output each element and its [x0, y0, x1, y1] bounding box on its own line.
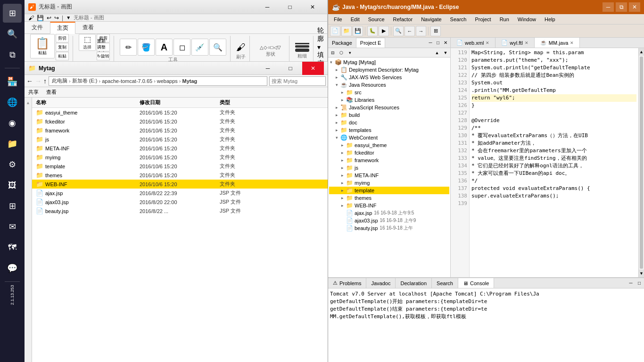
taskbar-settings[interactable]: ⚙ — [3, 155, 22, 174]
tree-arrow[interactable]: ▸ — [341, 188, 346, 193]
tree-item[interactable]: ▸ 📁 doc — [329, 119, 449, 126]
tree-item[interactable]: ▸ 📁 WEB-INF — [329, 202, 449, 209]
tree-scroll-up-btn[interactable]: ▲ — [433, 49, 441, 57]
ribbon-tab-view[interactable]: 查看 — [75, 22, 101, 33]
code-text[interactable]: Map<String, String> map = this.param par… — [470, 48, 638, 277]
cut-button[interactable]: 剪切 — [56, 34, 69, 42]
explorer-close-button[interactable]: ✕ — [302, 62, 324, 75]
tree-item[interactable]: ▾ 📦 Mytag [Mytag] — [329, 58, 449, 66]
close-panel-btn[interactable]: ✕ — [442, 39, 449, 47]
zoom-button[interactable]: 🔍 — [209, 39, 226, 56]
save-quick-btn[interactable]: 💾 — [37, 15, 44, 21]
editor-vscrollbar[interactable]: ▲ ▼ — [638, 48, 644, 277]
taskbar-chrome[interactable]: ◉ — [3, 114, 22, 132]
eraser-button[interactable]: ◻ — [173, 39, 190, 56]
tree-arrow[interactable]: ▸ — [341, 181, 346, 185]
paste-sub-button[interactable]: 粘贴 — [56, 52, 69, 60]
back-button[interactable]: ← — [26, 77, 33, 85]
tree-item[interactable]: ▾ ☕ Java Resources — [329, 81, 449, 89]
menu-search[interactable]: Search — [446, 16, 471, 23]
explorer-minimize-button[interactable]: ─ — [257, 62, 279, 75]
pencil-button[interactable]: ✏ — [120, 39, 137, 56]
tree-item[interactable]: ▸ 📁 js — [329, 164, 449, 172]
tree-item[interactable]: ▸ 📁 build — [329, 111, 449, 119]
tree-arrow[interactable]: ▸ — [336, 120, 340, 125]
redo-quick-btn[interactable]: ↪ — [54, 15, 59, 21]
eclipse-run-button[interactable]: ▶ — [379, 26, 389, 36]
tab-project-explorer[interactable]: Project E — [356, 38, 386, 48]
file-item[interactable]: 📁 META-INF 2016/10/6 15:20 文件夹 — [32, 144, 328, 153]
forward-button[interactable]: → — [35, 77, 41, 85]
scroll-thumb[interactable] — [640, 57, 643, 269]
link-with-editor-btn[interactable]: ⬡ — [338, 49, 345, 57]
file-item[interactable]: 📄 ajax.jsp 2016/8/22 22:39 JSP 文件 — [32, 189, 328, 197]
view-btn[interactable]: 查看 — [46, 89, 57, 96]
wylftl-tab-close[interactable]: ✕ — [525, 41, 528, 45]
address-bar[interactable]: 此电脑 › 新加卷 (E:) › apache-tomcat-7.0.65 › … — [49, 76, 267, 86]
tab-webxml[interactable]: 📄 web.xml ✕ — [451, 38, 495, 48]
up-button[interactable]: ↑ — [43, 77, 47, 85]
scroll-up-btn[interactable]: ▲ — [639, 48, 644, 56]
eclipse-close-button[interactable]: ✕ — [629, 2, 640, 12]
tree-item[interactable]: ▸ 📁 template — [329, 187, 449, 194]
menu-source[interactable]: Source — [364, 16, 388, 23]
tree-arrow[interactable]: ▸ — [341, 173, 346, 178]
file-item[interactable]: 📁 template 2016/10/6 15:20 文件夹 — [32, 162, 328, 171]
tree-arrow[interactable]: ▸ — [341, 158, 346, 163]
eclipse-new-button[interactable]: 📄 — [330, 26, 340, 36]
tree-arrow[interactable]: ▾ — [330, 60, 335, 65]
tab-console[interactable]: 🖥 Console — [458, 278, 494, 288]
taskbar-apps[interactable]: ⊞ — [3, 197, 22, 215]
size-3[interactable] — [295, 49, 309, 52]
size-1[interactable] — [295, 43, 309, 44]
eclipse-open-button[interactable]: 📁 — [341, 26, 352, 36]
share-btn[interactable]: 共享 — [28, 89, 39, 96]
file-item[interactable]: 📄 beauty.jsp 2016/8/22 ... JSP 文件 — [32, 206, 328, 215]
menu-edit[interactable]: Edit — [347, 16, 363, 23]
webxml-tab-close[interactable]: ✕ — [486, 41, 489, 45]
menu-run[interactable]: Run — [496, 16, 513, 23]
tab-declaration[interactable]: Declaration — [396, 278, 432, 288]
paint-maximize-button[interactable]: □ — [279, 0, 301, 14]
quick-access-dropdown[interactable]: ▼ — [66, 15, 71, 20]
color-pick-button[interactable]: 💉 — [191, 39, 208, 56]
tree-item[interactable]: ▸ 🔧 JAX-WS Web Services — [329, 74, 449, 81]
file-item[interactable]: 📄 ajax03.jsp 2016/8/20 22:00 JSP 文件 — [32, 197, 328, 206]
rotate-button[interactable]: ↻旋转 — [97, 52, 110, 60]
scroll-down-btn[interactable]: ▼ — [639, 270, 644, 277]
tree-arrow[interactable]: ▸ — [341, 165, 346, 170]
copy-button[interactable]: 复制 — [56, 43, 69, 51]
tree-item[interactable]: ▾ 🌐 WebContent — [329, 134, 449, 141]
tree-arrow[interactable]: ▸ — [341, 143, 346, 148]
breadcrumb-part-0[interactable]: 此电脑 — [52, 77, 67, 84]
taskbar-search[interactable]: 🔍 — [3, 25, 22, 43]
col-name-header[interactable]: 名称 — [32, 98, 136, 107]
taskbar-photos[interactable]: 🖼 — [3, 176, 22, 195]
tree-item[interactable]: 📄 ajax03.jsp 16 16-9-18 上午9 — [329, 217, 449, 224]
breadcrumb-part-2[interactable]: apache-tomcat-7.0.65 — [102, 78, 152, 84]
tree-item[interactable]: ▸ 📁 fckeditor — [329, 149, 449, 156]
breadcrumb-part-3[interactable]: webapps — [157, 78, 178, 84]
eclipse-forward-button[interactable]: → — [416, 26, 426, 36]
tab-search[interactable]: Search — [432, 278, 458, 288]
tree-arrow[interactable]: ▸ — [341, 150, 346, 155]
text-button[interactable]: A — [156, 39, 173, 56]
breadcrumb-part-1[interactable]: 新加卷 (E:) — [72, 77, 98, 84]
bottom-maximize-btn[interactable]: □ — [636, 280, 643, 287]
tree-scroll-down-btn[interactable]: ▼ — [442, 49, 449, 57]
tree-arrow[interactable]: ▾ — [336, 135, 340, 140]
tree-arrow[interactable]: ▸ — [341, 196, 346, 200]
collapse-all-btn[interactable]: ⊟ — [329, 49, 337, 57]
mmjava-tab-close[interactable]: ✕ — [570, 41, 574, 45]
file-item[interactable]: 📁 fckeditor 2016/10/6 15:20 文件夹 — [32, 117, 328, 126]
menu-window[interactable]: Window — [514, 16, 540, 23]
col-date-header[interactable]: 修改日期 — [136, 98, 216, 107]
file-item[interactable]: 📁 themes 2016/10/6 15:20 文件夹 — [32, 171, 328, 180]
file-item[interactable]: 📁 js 2016/10/6 15:20 文件夹 — [32, 135, 328, 144]
eclipse-debug-button[interactable]: 🐛 — [367, 26, 378, 36]
tree-item[interactable]: ▸ 📚 Libraries — [329, 96, 449, 104]
paste-button[interactable]: 📋 粘贴 — [30, 34, 55, 58]
select-button[interactable]: ⬚选择 — [79, 34, 96, 51]
ribbon-tab-file[interactable]: 文件 — [25, 22, 50, 33]
menu-help[interactable]: Help — [541, 16, 559, 23]
